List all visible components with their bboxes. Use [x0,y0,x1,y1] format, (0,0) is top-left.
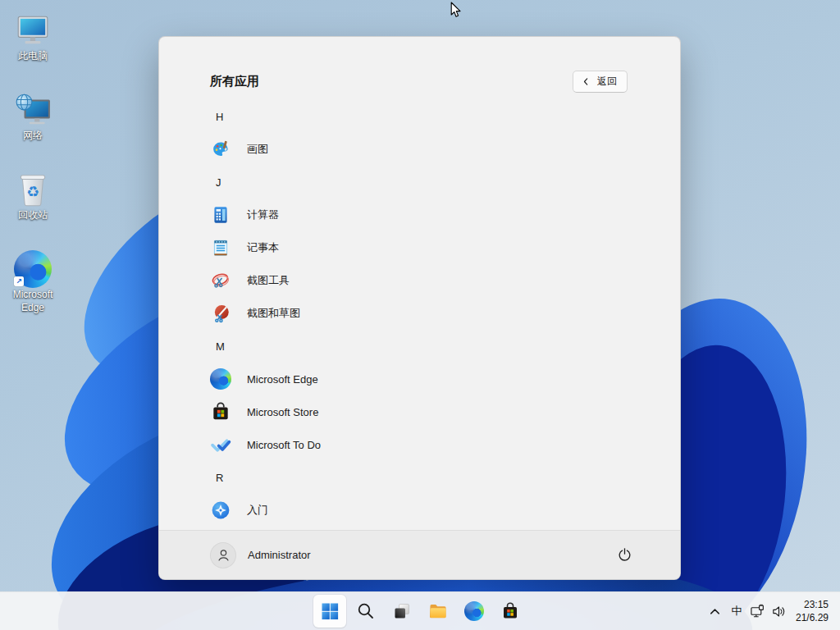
desktop-icon-recycle-bin[interactable]: ♻回收站 [1,171,65,250]
app-label: 记事本 [247,240,279,255]
app-label: Microsoft To Do [247,439,321,451]
taskbar-file-explorer-button[interactable] [422,595,454,628]
app-label: 截图和草图 [247,306,300,321]
network-tray-icon [750,604,765,619]
taskbar-edge-button[interactable] [458,595,491,628]
desktop-icon-network[interactable]: 网络 [1,91,65,171]
volume-tray-button[interactable] [769,596,790,627]
app-label: 截图工具 [247,273,290,288]
network-icon [14,91,52,129]
start-menu-footer: Administrator [159,530,680,579]
user-avatar [210,542,236,568]
app-list-item[interactable]: 画图 [159,133,680,166]
taskbar-search-button[interactable] [349,595,382,628]
app-list-item[interactable]: Microsoft Store [159,395,680,428]
folder-icon [428,601,448,621]
taskbar-clock[interactable]: 23:15 21/6.29 [796,598,829,624]
app-list-item[interactable]: 截图工具 [159,264,680,297]
app-list-item[interactable]: Microsoft To Do [159,428,680,461]
taskbar-center-group [313,595,527,628]
todo-icon [210,434,231,455]
app-section-letter: M [159,330,680,363]
edge-shortcut-icon: ↗ [14,250,52,288]
get-started-icon [210,500,231,521]
taskbar-tray: 中 23:15 21/6.29 [705,592,840,630]
taskbar: 中 23:15 21/6.29 [0,591,840,630]
snip-sketch-icon [210,303,231,324]
desktop-icon-this-pc[interactable]: 此电脑 [1,11,65,91]
tray-chevron-up-button[interactable] [705,596,726,627]
mouse-cursor [450,2,462,19]
app-section-letter: R [159,461,680,494]
app-list: H画图J计算器记事本截图工具截图和草图MMicrosoft EdgeMicros… [159,100,680,527]
app-list-item[interactable]: 记事本 [159,231,680,264]
back-button[interactable]: 返回 [573,71,628,93]
volume-icon [771,604,787,619]
desktop-icon-edge-shortcut[interactable]: ↗Microsoft Edge [1,250,65,330]
clock-date: 21/6.29 [796,611,829,624]
app-section-letter: J [159,166,680,199]
all-apps-title: 所有应用 [210,74,259,89]
app-label: 画图 [247,142,268,157]
app-list-item[interactable]: 截图和草图 [159,297,680,330]
app-section-letter: H [159,100,680,133]
notepad-icon [210,237,231,258]
user-button[interactable]: Administrator [210,542,311,568]
app-label: 计算器 [247,208,279,222]
taskbar-start-button[interactable] [313,595,346,628]
paint-icon [210,139,231,160]
power-icon [616,546,633,564]
app-label: Microsoft Store [247,406,318,418]
start-menu-panel: 所有应用 返回 H画图J计算器记事本截图工具截图和草图MMicrosoft Ed… [158,36,681,580]
taskbar-task-view-button[interactable] [386,595,418,628]
desktop-icon-label: 此电脑 [18,50,48,63]
ime-indicator[interactable]: 中 [726,596,747,627]
power-button[interactable] [609,541,639,570]
desktop-icon-label: 网络 [23,130,43,143]
this-pc-icon [14,11,52,49]
task-view-icon [392,601,412,621]
desktop-icon-label: Microsoft Edge [1,289,65,314]
app-list-item[interactable]: 计算器 [159,199,680,231]
taskbar-store-button[interactable] [494,595,527,628]
user-name: Administrator [248,549,311,561]
clock-time: 23:15 [804,598,829,611]
back-button-label: 返回 [597,75,617,89]
calculator-icon [210,204,231,226]
chevron-left-icon [581,76,591,87]
svg-text:♻: ♻ [26,184,39,200]
edge-icon [464,601,484,621]
app-label: Microsoft Edge [247,373,318,386]
windows-logo-icon [320,601,340,621]
app-list-item[interactable]: Microsoft Edge [159,363,680,395]
store-icon [500,601,520,621]
app-label: 入门 [247,503,268,518]
desktop-icon-grid: 此电脑网络♻回收站↗Microsoft Edge [1,11,65,330]
snipping-tool-icon [210,270,231,291]
person-icon [215,546,232,564]
recycle-bin-icon: ♻ [14,171,52,208]
app-list-item[interactable]: 入门 [159,494,680,527]
desktop-icon-label: 回收站 [18,209,48,222]
chevron-up-icon [707,604,723,619]
edge-icon [210,368,231,390]
store-icon [210,401,231,422]
search-icon [356,601,376,621]
network-tray-button[interactable] [747,596,769,627]
